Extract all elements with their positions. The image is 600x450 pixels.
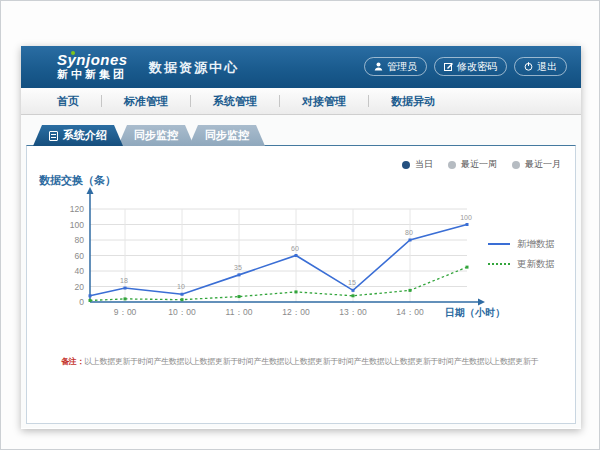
data-point [181,293,184,296]
y-tick-label: 40 [75,266,85,276]
radio-last-week[interactable]: 最近一周 [448,158,497,171]
radio-dot-icon [402,161,410,169]
nav-item-home[interactable]: 首页 [35,94,101,109]
chart-svg: 0204060801001209：0010：0011：0012：0013：001… [35,184,519,329]
app-window: Synjones 新中新集团 数据资源中心 管理员 修改密码 退出 [21,46,581,429]
y-tick-label: 0 [79,297,84,307]
data-point-label: 35 [234,264,242,271]
admin-user-button[interactable]: 管理员 [364,57,427,76]
data-point [295,290,298,293]
radio-label: 最近一月 [525,158,561,171]
x-tick-label: 11：00 [226,307,253,317]
data-point [409,289,412,292]
nav-item-standard-mgmt[interactable]: 标准管理 [102,94,190,109]
logo-wordmark: Synjones [57,52,128,68]
radio-today[interactable]: 当日 [402,158,433,171]
y-tick-label: 80 [75,235,85,245]
tab-label: 同步监控 [205,129,249,141]
data-point-label: 100 [460,214,472,221]
x-tick-label: 13：00 [339,307,367,317]
nav-item-system-mgmt[interactable]: 系统管理 [191,94,279,109]
chart-container: 0204060801001209：0010：0011：0012：0013：001… [35,184,519,329]
radio-label: 当日 [415,158,433,171]
main-nav: 首页 标准管理 系统管理 对接管理 数据异动 [21,88,581,115]
data-point [466,223,469,226]
data-point [238,273,241,276]
footnote-prefix: 备注： [61,357,84,366]
footnote-text: 以上数据更新于时间产生数据以上数据更新于时间产生数据以上数据更新于时间产生数据以… [84,357,538,366]
data-point [238,295,241,298]
data-point-label: 10 [177,283,185,290]
data-point [124,287,127,290]
solid-line-swatch-icon [488,243,510,245]
data-point [352,294,355,297]
edit-icon [444,62,453,71]
nav-item-interface-mgmt[interactable]: 对接管理 [280,94,368,109]
document-icon [49,131,58,141]
y-tick-label: 60 [75,251,85,261]
legend-item-update-data[interactable]: 更新数据 [488,254,555,274]
dotted-line-swatch-icon [488,263,510,265]
y-tick-label: 100 [70,220,84,230]
nav-item-data-change[interactable]: 数据异动 [369,94,457,109]
x-axis-title: 日期（小时） [445,307,505,318]
power-icon [524,62,533,71]
y-axis-arrow-icon [87,187,94,194]
data-point [295,254,298,257]
data-point [352,289,355,292]
data-point-label: 15 [348,279,356,286]
legend-item-new-data[interactable]: 新增数据 [488,234,555,254]
radio-dot-icon [512,161,520,169]
header-actions: 管理员 修改密码 退出 [364,57,567,76]
x-tick-label: 12：00 [282,307,310,317]
x-tick-label: 9：00 [114,307,137,317]
data-point [124,297,127,300]
data-point [409,239,412,242]
tab-bar: 系统介绍 同步监控 同步监控 [33,125,260,146]
content-area: 系统介绍 同步监控 同步监控 当日 最近一周 [21,115,581,428]
user-icon [374,62,383,71]
data-point [466,266,469,269]
company-logo: Synjones 新中新集团 [57,52,128,81]
logo-company-name: 新中新集团 [57,68,128,81]
footnote: 备注：以上数据更新于时间产生数据以上数据更新于时间产生数据以上数据更新于时间产生… [61,356,555,367]
change-password-button[interactable]: 修改密码 [434,57,507,76]
app-header: Synjones 新中新集团 数据资源中心 管理员 修改密码 退出 [21,46,581,88]
radio-dot-icon [448,161,456,169]
data-point-label: 18 [120,277,128,284]
range-radio-group: 当日 最近一周 最近一月 [402,158,561,171]
chart-legend: 新增数据 更新数据 [488,234,555,274]
logo-green-dot-icon [71,51,75,55]
tab-sync-monitor-1[interactable]: 同步监控 [118,125,194,146]
x-axis-arrow-icon [478,299,485,306]
data-point [181,298,184,301]
legend-label: 更新数据 [517,258,555,271]
change-password-label: 修改密码 [457,60,497,74]
x-tick-label: 14：00 [396,307,424,317]
tab-sync-monitor-2[interactable]: 同步监控 [189,125,265,146]
data-point-label: 60 [291,245,299,252]
x-tick-label: 10：00 [168,307,196,317]
tab-system-intro[interactable]: 系统介绍 [33,125,123,146]
admin-user-label: 管理员 [387,60,417,74]
radio-last-month[interactable]: 最近一月 [512,158,561,171]
radio-label: 最近一周 [461,158,497,171]
data-point [89,299,92,302]
y-tick-label: 20 [75,282,85,292]
tab-label: 同步监控 [134,129,178,141]
y-tick-label: 120 [70,204,84,214]
data-point [89,294,92,297]
logout-label: 退出 [537,60,557,74]
screenshot-frame: Synjones 新中新集团 数据资源中心 管理员 修改密码 退出 [0,0,600,450]
legend-label: 新增数据 [517,238,555,251]
logout-button[interactable]: 退出 [514,57,567,76]
data-point-label: 80 [405,229,413,236]
page-title: 数据资源中心 [149,59,239,77]
chart-panel: 当日 最近一周 最近一月 数据交换（条） 0204060801001209：00… [26,145,576,424]
tab-label: 系统介绍 [63,125,107,146]
